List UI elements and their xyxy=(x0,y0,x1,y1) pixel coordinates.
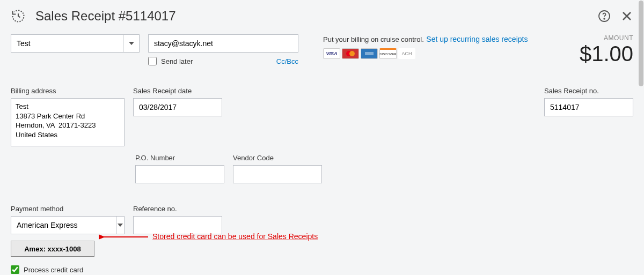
payment-method-input[interactable] xyxy=(11,217,116,234)
promo-text: Put your billing on cruise control. xyxy=(323,35,424,43)
history-icon[interactable] xyxy=(11,9,26,24)
po-number-input[interactable] xyxy=(135,165,224,183)
svg-rect-5 xyxy=(365,52,374,55)
payment-method-label: Payment method xyxy=(11,205,125,213)
send-later-label: Send later xyxy=(161,57,193,65)
customer-select[interactable] xyxy=(11,34,140,53)
po-number-label: P.O. Number xyxy=(135,154,224,162)
billing-address-input[interactable] xyxy=(11,98,125,146)
stored-card-button[interactable]: Amex: xxxx-1008 xyxy=(11,241,94,257)
customer-input[interactable] xyxy=(11,35,123,52)
recurring-receipts-link[interactable]: Set up recurring sales receipts xyxy=(426,35,528,43)
receipt-date-label: Sales Receipt date xyxy=(133,87,222,95)
send-later-input[interactable] xyxy=(148,57,157,65)
reference-no-label: Reference no. xyxy=(133,205,222,213)
payment-method-select[interactable] xyxy=(11,216,125,234)
close-icon[interactable] xyxy=(620,10,633,23)
email-input[interactable] xyxy=(148,34,298,53)
svg-point-3 xyxy=(349,51,355,56)
receipt-date-input[interactable] xyxy=(133,98,222,116)
svg-point-1 xyxy=(604,18,605,19)
visa-icon: VISA xyxy=(323,48,340,59)
amount-value: $1.00 xyxy=(558,42,633,65)
reference-no-input[interactable] xyxy=(133,216,222,234)
mastercard-icon xyxy=(342,48,359,59)
receipt-no-label: Sales Receipt no. xyxy=(544,87,633,95)
scrollbar-thumb[interactable] xyxy=(639,1,643,86)
process-credit-card-label: Process credit card xyxy=(24,266,83,274)
amex-icon xyxy=(361,48,378,59)
process-credit-card-checkbox[interactable] xyxy=(11,265,19,274)
ach-icon: ACH xyxy=(398,48,415,59)
vendor-code-label: Vendor Code xyxy=(233,154,322,162)
send-later-checkbox[interactable]: Send later xyxy=(148,57,193,65)
payment-method-caret-icon[interactable] xyxy=(116,217,124,234)
page-title: Sales Receipt #5114017 xyxy=(35,9,598,24)
vendor-code-input[interactable] xyxy=(233,165,322,183)
billing-address-label: Billing address xyxy=(11,87,125,95)
cc-bcc-link[interactable]: Cc/Bcc xyxy=(276,57,298,65)
scrollbar[interactable] xyxy=(638,0,644,275)
discover-icon: DISCOVER xyxy=(379,48,397,59)
receipt-no-input[interactable] xyxy=(544,98,633,116)
help-icon[interactable] xyxy=(598,10,611,23)
amount-label: AMOUNT xyxy=(558,34,633,42)
payment-card-icons: VISA DISCOVER ACH xyxy=(323,48,550,59)
customer-caret-icon[interactable] xyxy=(123,35,139,52)
